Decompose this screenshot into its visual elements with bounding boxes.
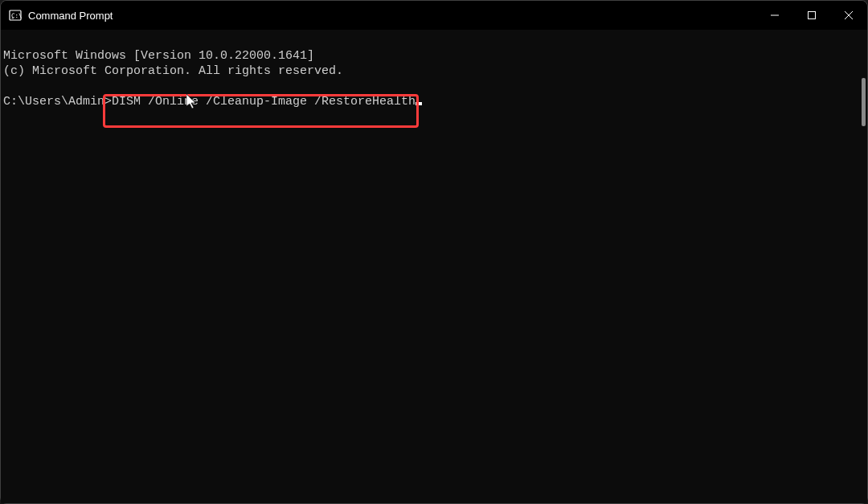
copyright-line: (c) Microsoft Corporation. All rights re… bbox=[3, 64, 343, 78]
window-controls bbox=[756, 1, 867, 30]
svg-rect-4 bbox=[809, 12, 816, 19]
cmd-icon: C:\ bbox=[9, 9, 22, 22]
maximize-button[interactable] bbox=[793, 1, 830, 30]
command-text: DISM /Online /Cleanup-Image /RestoreHeal… bbox=[112, 95, 416, 109]
terminal-output[interactable]: Microsoft Windows [Version 10.0.22000.16… bbox=[1, 30, 867, 503]
version-line: Microsoft Windows [Version 10.0.22000.16… bbox=[3, 49, 314, 63]
maximize-icon bbox=[808, 11, 816, 19]
text-cursor bbox=[416, 102, 422, 105]
prompt-path: C:\Users\Admin> bbox=[3, 95, 112, 109]
scrollbar-thumb[interactable] bbox=[862, 78, 866, 126]
window-title: Command Prompt bbox=[28, 10, 756, 22]
close-icon bbox=[845, 11, 853, 19]
titlebar[interactable]: C:\ Command Prompt bbox=[1, 1, 867, 30]
close-button[interactable] bbox=[830, 1, 867, 30]
minimize-icon bbox=[771, 11, 779, 19]
command-prompt-window: C:\ Command Prompt bbox=[0, 0, 868, 504]
minimize-button[interactable] bbox=[756, 1, 793, 30]
